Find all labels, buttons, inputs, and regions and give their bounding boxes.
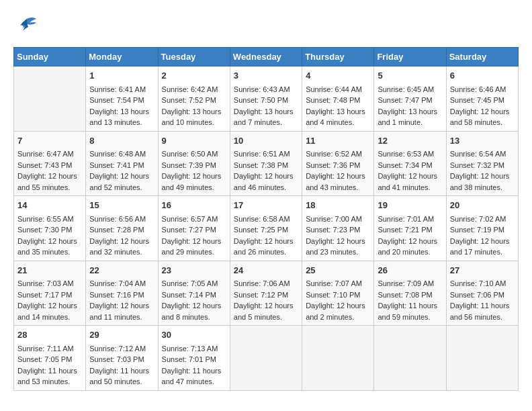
weekday-header-wednesday: Wednesday bbox=[230, 48, 302, 66]
day-number: 14 bbox=[17, 199, 82, 212]
day-number: 5 bbox=[378, 69, 442, 83]
calendar-cell: 20Sunrise: 7:02 AMSunset: 7:19 PMDayligh… bbox=[446, 196, 518, 261]
calendar-cell: 24Sunrise: 7:06 AMSunset: 7:12 PMDayligh… bbox=[230, 261, 302, 326]
sunset-text: Sunset: 7:36 PM bbox=[306, 160, 370, 171]
weekday-header-thursday: Thursday bbox=[302, 48, 374, 66]
day-number: 19 bbox=[378, 199, 442, 212]
day-number: 28 bbox=[17, 328, 82, 342]
calendar-cell: 19Sunrise: 7:01 AMSunset: 7:21 PMDayligh… bbox=[374, 196, 446, 261]
sunset-text: Sunset: 7:39 PM bbox=[162, 160, 226, 171]
sunset-text: Sunset: 7:01 PM bbox=[162, 354, 226, 365]
sunrise-text: Sunrise: 6:51 AM bbox=[234, 148, 298, 160]
calendar-cell: 18Sunrise: 7:00 AMSunset: 7:23 PMDayligh… bbox=[302, 196, 374, 261]
sunset-text: Sunset: 7:43 PM bbox=[17, 160, 82, 171]
daylight-text: Daylight: 12 hours and 43 minutes. bbox=[306, 171, 370, 193]
daylight-text: Daylight: 12 hours and 2 minutes. bbox=[306, 300, 370, 322]
daylight-text: Daylight: 12 hours and 55 minutes. bbox=[17, 171, 82, 193]
daylight-text: Daylight: 12 hours and 29 minutes. bbox=[162, 236, 226, 258]
daylight-text: Daylight: 12 hours and 11 minutes. bbox=[89, 300, 154, 322]
sunrise-text: Sunrise: 6:58 AM bbox=[234, 214, 298, 225]
sunset-text: Sunset: 7:27 PM bbox=[162, 224, 226, 236]
sunrise-text: Sunrise: 6:43 AM bbox=[234, 84, 298, 95]
sunrise-text: Sunrise: 6:42 AM bbox=[162, 84, 226, 95]
sunrise-text: Sunrise: 7:03 AM bbox=[17, 278, 82, 289]
daylight-text: Daylight: 12 hours and 41 minutes. bbox=[378, 171, 442, 193]
day-number: 6 bbox=[450, 69, 515, 83]
daylight-text: Daylight: 11 hours and 47 minutes. bbox=[162, 365, 226, 387]
sunrise-text: Sunrise: 7:09 AM bbox=[378, 278, 442, 289]
weekday-header-sunday: Sunday bbox=[14, 48, 86, 66]
daylight-text: Daylight: 11 hours and 59 minutes. bbox=[378, 300, 442, 322]
sunset-text: Sunset: 7:54 PM bbox=[89, 95, 154, 106]
weekday-header-saturday: Saturday bbox=[446, 48, 518, 66]
sunset-text: Sunset: 7:48 PM bbox=[306, 95, 370, 106]
sunrise-text: Sunrise: 6:44 AM bbox=[306, 84, 370, 95]
daylight-text: Daylight: 11 hours and 53 minutes. bbox=[17, 365, 82, 387]
daylight-text: Daylight: 13 hours and 1 minute. bbox=[378, 106, 442, 128]
calendar-cell: 13Sunrise: 6:54 AMSunset: 7:32 PMDayligh… bbox=[446, 131, 518, 196]
calendar-cell: 27Sunrise: 7:10 AMSunset: 7:06 PMDayligh… bbox=[446, 261, 518, 326]
day-number: 21 bbox=[17, 264, 82, 277]
calendar-cell: 23Sunrise: 7:05 AMSunset: 7:14 PMDayligh… bbox=[158, 261, 230, 326]
calendar-cell: 6Sunrise: 6:46 AMSunset: 7:45 PMDaylight… bbox=[446, 66, 518, 132]
sunset-text: Sunset: 7:12 PM bbox=[234, 289, 298, 301]
calendar-cell: 16Sunrise: 6:57 AMSunset: 7:27 PMDayligh… bbox=[158, 196, 230, 261]
calendar-cell bbox=[446, 326, 518, 391]
sunrise-text: Sunrise: 7:04 AM bbox=[89, 278, 154, 289]
day-number: 8 bbox=[89, 134, 154, 148]
calendar-cell: 1Sunrise: 6:41 AMSunset: 7:54 PMDaylight… bbox=[86, 66, 158, 132]
calendar-cell bbox=[374, 326, 446, 391]
calendar-cell: 5Sunrise: 6:45 AMSunset: 7:47 PMDaylight… bbox=[374, 66, 446, 132]
sunset-text: Sunset: 7:30 PM bbox=[17, 224, 82, 236]
calendar-cell: 8Sunrise: 6:48 AMSunset: 7:41 PMDaylight… bbox=[86, 131, 158, 196]
sunrise-text: Sunrise: 7:11 AM bbox=[17, 343, 82, 355]
day-number: 2 bbox=[162, 69, 226, 83]
sunset-text: Sunset: 7:06 PM bbox=[450, 289, 515, 301]
day-number: 25 bbox=[306, 264, 370, 277]
day-number: 27 bbox=[450, 264, 515, 277]
daylight-text: Daylight: 13 hours and 4 minutes. bbox=[306, 106, 370, 128]
day-number: 3 bbox=[234, 69, 298, 83]
daylight-text: Daylight: 12 hours and 52 minutes. bbox=[89, 171, 154, 193]
daylight-text: Daylight: 12 hours and 8 minutes. bbox=[162, 300, 226, 322]
sunset-text: Sunset: 7:14 PM bbox=[162, 289, 226, 301]
day-number: 16 bbox=[162, 199, 226, 212]
daylight-text: Daylight: 12 hours and 49 minutes. bbox=[162, 171, 226, 193]
day-number: 13 bbox=[450, 134, 515, 148]
sunset-text: Sunset: 7:16 PM bbox=[89, 289, 154, 301]
daylight-text: Daylight: 12 hours and 32 minutes. bbox=[89, 236, 154, 258]
daylight-text: Daylight: 12 hours and 23 minutes. bbox=[306, 236, 370, 258]
daylight-text: Daylight: 11 hours and 56 minutes. bbox=[450, 300, 515, 322]
sunrise-text: Sunrise: 6:45 AM bbox=[378, 84, 442, 95]
calendar-cell bbox=[230, 326, 302, 391]
sunrise-text: Sunrise: 7:10 AM bbox=[450, 278, 515, 289]
day-number: 30 bbox=[162, 328, 226, 342]
sunrise-text: Sunrise: 6:54 AM bbox=[450, 148, 515, 160]
day-number: 4 bbox=[306, 69, 370, 83]
day-number: 17 bbox=[234, 199, 298, 212]
sunrise-text: Sunrise: 6:50 AM bbox=[162, 148, 226, 160]
daylight-text: Daylight: 11 hours and 50 minutes. bbox=[89, 365, 154, 387]
day-number: 7 bbox=[17, 134, 82, 148]
calendar-cell: 22Sunrise: 7:04 AMSunset: 7:16 PMDayligh… bbox=[86, 261, 158, 326]
page-header bbox=[13, 13, 519, 40]
calendar-cell bbox=[14, 66, 86, 132]
day-number: 11 bbox=[306, 134, 370, 148]
calendar-cell: 26Sunrise: 7:09 AMSunset: 7:08 PMDayligh… bbox=[374, 261, 446, 326]
daylight-text: Daylight: 12 hours and 5 minutes. bbox=[234, 300, 298, 322]
calendar-cell: 30Sunrise: 7:13 AMSunset: 7:01 PMDayligh… bbox=[158, 326, 230, 391]
calendar-cell: 2Sunrise: 6:42 AMSunset: 7:52 PMDaylight… bbox=[158, 66, 230, 132]
sunrise-text: Sunrise: 6:47 AM bbox=[17, 148, 82, 160]
calendar-cell: 4Sunrise: 6:44 AMSunset: 7:48 PMDaylight… bbox=[302, 66, 374, 132]
sunset-text: Sunset: 7:25 PM bbox=[234, 224, 298, 236]
sunset-text: Sunset: 7:34 PM bbox=[378, 160, 442, 171]
sunrise-text: Sunrise: 6:57 AM bbox=[162, 214, 226, 225]
calendar-cell: 10Sunrise: 6:51 AMSunset: 7:38 PMDayligh… bbox=[230, 131, 302, 196]
daylight-text: Daylight: 12 hours and 58 minutes. bbox=[450, 106, 515, 128]
sunrise-text: Sunrise: 6:53 AM bbox=[378, 148, 442, 160]
calendar-cell: 25Sunrise: 7:07 AMSunset: 7:10 PMDayligh… bbox=[302, 261, 374, 326]
sunset-text: Sunset: 7:50 PM bbox=[234, 95, 298, 106]
calendar-week-2: 7Sunrise: 6:47 AMSunset: 7:43 PMDaylight… bbox=[14, 131, 519, 196]
day-number: 10 bbox=[234, 134, 298, 148]
daylight-text: Daylight: 13 hours and 13 minutes. bbox=[89, 106, 154, 128]
